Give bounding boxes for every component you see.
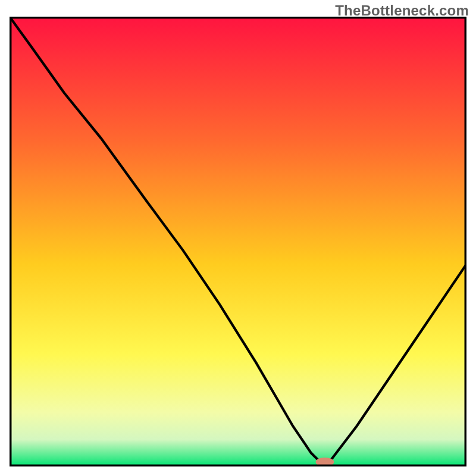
plot-area	[10, 17, 466, 466]
watermark-text: TheBottleneck.com	[335, 2, 469, 19]
chart-svg	[10, 17, 466, 466]
chart-frame: TheBottleneck.com	[0, 0, 476, 476]
gradient-background	[10, 17, 466, 466]
